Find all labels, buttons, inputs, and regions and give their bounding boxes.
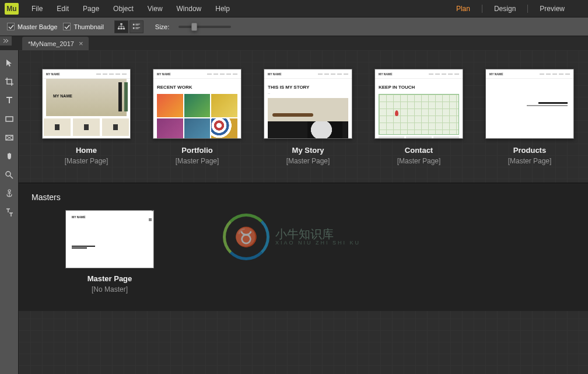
menu-object[interactable]: Object bbox=[106, 1, 141, 16]
thumb-hero-text: KEEP IN TOUCH bbox=[379, 85, 415, 90]
master-sub-label: [No Master] bbox=[65, 285, 154, 293]
svg-point-13 bbox=[8, 190, 10, 192]
page-master-label: [Master Page] bbox=[176, 157, 219, 165]
svg-rect-5 bbox=[135, 23, 140, 24]
page-master-label: [Master Page] bbox=[286, 157, 330, 165]
thumb-hero-text: THIS IS MY STORY bbox=[268, 85, 309, 90]
thumb-nav bbox=[207, 74, 237, 75]
page-card-mystory[interactable]: MY NAME THIS IS MY STORY— My Story [Mast… bbox=[264, 69, 352, 165]
thumbnail-label: Thumbnail bbox=[74, 23, 103, 30]
masters-section: Masters MY NAME Master Page [No Master] bbox=[19, 183, 588, 311]
svg-rect-10 bbox=[6, 117, 13, 121]
sitemap-view-button[interactable] bbox=[114, 20, 128, 33]
zoom-tool[interactable] bbox=[2, 168, 16, 182]
page-card-contact[interactable]: MY NAME KEEP IN TOUCH Contact [Master Pa… bbox=[374, 69, 463, 165]
page-master-label: [Master Page] bbox=[397, 157, 441, 165]
vertical-text-tool[interactable] bbox=[2, 205, 16, 219]
anchor-tool[interactable] bbox=[2, 187, 16, 201]
thumb-brand: MY NAME bbox=[379, 72, 393, 76]
hand-tool[interactable] bbox=[2, 149, 16, 163]
master-card[interactable]: MY NAME Master Page [No Master] bbox=[32, 210, 575, 293]
page-master-label: [Master Page] bbox=[65, 157, 108, 165]
menu-edit[interactable]: Edit bbox=[50, 1, 76, 16]
thumb-nav bbox=[96, 74, 127, 75]
master-title: Master Page bbox=[65, 274, 154, 283]
thumb-brand: MY NAME bbox=[46, 72, 60, 76]
page-title: My Story bbox=[292, 146, 324, 155]
menu-window[interactable]: Window bbox=[170, 1, 209, 16]
page-thumbnail[interactable]: MY NAME KEEP IN TOUCH bbox=[374, 69, 463, 139]
menu-view[interactable]: View bbox=[141, 1, 170, 16]
thumb-brand: MY NAME bbox=[489, 72, 503, 76]
page-thumbnail[interactable]: MY NAME MY NAME bbox=[42, 69, 131, 139]
app-logo: Mu bbox=[5, 3, 19, 15]
thumb-brand: MY NAME bbox=[72, 215, 86, 219]
thumb-hero-text: RECENT WORK bbox=[157, 85, 192, 90]
master-thumbnail[interactable]: MY NAME bbox=[65, 210, 154, 268]
document-tab[interactable]: *MyName_2017 × bbox=[22, 37, 89, 50]
mode-switcher: Plan Design Preview bbox=[444, 1, 588, 16]
menu-bar: Mu File Edit Page Object View Window Hel… bbox=[0, 0, 588, 18]
page-title: Contact bbox=[405, 146, 433, 155]
mode-design[interactable]: Design bbox=[482, 1, 527, 16]
page-thumbnail[interactable]: MY NAME RECENT WORK bbox=[153, 69, 242, 139]
page-card-home[interactable]: MY NAME MY NAME Home [Master Page] bbox=[42, 69, 131, 165]
svg-rect-7 bbox=[133, 27, 135, 29]
svg-rect-8 bbox=[135, 27, 140, 27]
text-tool[interactable] bbox=[2, 93, 16, 107]
size-slider[interactable] bbox=[178, 26, 231, 28]
svg-rect-0 bbox=[120, 23, 123, 25]
document-tab-label: *MyName_2017 bbox=[28, 40, 74, 47]
svg-rect-2 bbox=[120, 27, 123, 29]
thumbnail-checkbox[interactable]: Thumbnail bbox=[63, 23, 103, 30]
mode-preview[interactable]: Preview bbox=[528, 1, 576, 16]
selection-tool[interactable] bbox=[2, 56, 16, 70]
thumb-nav bbox=[540, 74, 570, 75]
list-view-button[interactable] bbox=[130, 20, 144, 33]
menu-help[interactable]: Help bbox=[208, 1, 237, 16]
document-tab-strip: *MyName_2017 × bbox=[0, 36, 588, 50]
slider-thumb[interactable] bbox=[191, 23, 197, 31]
crop-tool[interactable] bbox=[2, 75, 16, 89]
svg-rect-3 bbox=[123, 27, 125, 29]
svg-rect-6 bbox=[135, 25, 138, 25]
checkbox-icon bbox=[63, 23, 71, 30]
page-thumbnail[interactable]: MY NAME THIS IS MY STORY— bbox=[264, 69, 352, 139]
size-label: Size: bbox=[155, 23, 169, 30]
thumb-nav bbox=[318, 74, 348, 75]
rectangle-tool[interactable] bbox=[2, 112, 16, 126]
page-thumbnail[interactable]: MY NAME bbox=[485, 69, 574, 139]
master-badge-label: Master Badge bbox=[18, 23, 57, 30]
page-card-portfolio[interactable]: MY NAME RECENT WORK Portfolio [Master Pa… bbox=[153, 69, 242, 165]
rectangle-frame-tool[interactable] bbox=[2, 131, 16, 145]
menu-file[interactable]: File bbox=[24, 1, 50, 16]
svg-rect-9 bbox=[135, 28, 138, 29]
checkbox-icon bbox=[7, 23, 15, 30]
view-mode-toggles bbox=[114, 20, 144, 33]
thumb-subtext: — bbox=[268, 92, 348, 95]
options-toolbar: Master Badge Thumbnail Size: bbox=[0, 18, 588, 36]
page-master-label: [Master Page] bbox=[508, 157, 552, 165]
plan-workspace: MY NAME MY NAME Home [Master Page] MY NA… bbox=[19, 50, 588, 374]
masters-heading: Masters bbox=[32, 193, 575, 202]
thumb-nav bbox=[429, 74, 459, 75]
panel-collapse-button[interactable] bbox=[0, 36, 12, 46]
page-title: Home bbox=[76, 146, 97, 155]
menu-page[interactable]: Page bbox=[76, 1, 106, 16]
thumb-hero-text: MY NAME bbox=[53, 94, 72, 98]
close-icon[interactable]: × bbox=[79, 39, 83, 48]
thumb-brand: MY NAME bbox=[268, 72, 282, 76]
svg-rect-4 bbox=[133, 23, 135, 25]
svg-point-12 bbox=[6, 172, 10, 176]
pages-row: MY NAME MY NAME Home [Master Page] MY NA… bbox=[19, 50, 588, 183]
thumb-brand: MY NAME bbox=[157, 72, 171, 76]
tool-strip bbox=[0, 50, 19, 374]
svg-rect-1 bbox=[118, 27, 120, 29]
master-badge-checkbox[interactable]: Master Badge bbox=[7, 23, 57, 30]
page-card-products[interactable]: MY NAME Products [Master Page] bbox=[485, 69, 574, 165]
page-title: Products bbox=[513, 146, 546, 155]
mode-plan[interactable]: Plan bbox=[444, 1, 482, 16]
page-title: Portfolio bbox=[181, 146, 212, 155]
